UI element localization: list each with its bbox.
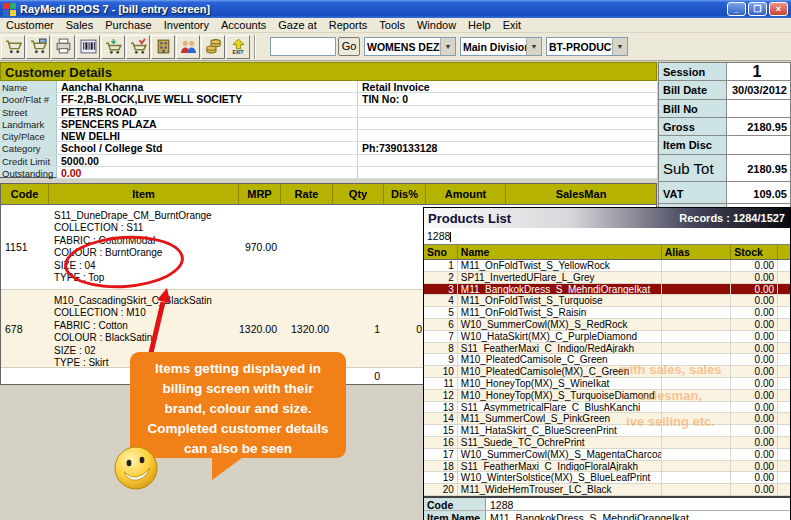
division-select[interactable]: Main Division ▼ (460, 37, 542, 56)
menu-item[interactable]: Tools (373, 19, 411, 31)
scrollbar-column[interactable] (778, 331, 790, 342)
product-row[interactable]: 19 W10_WinterSolstice(MX)_S_BlueLeafPrin… (424, 472, 790, 484)
scrollbar-column[interactable] (778, 245, 790, 259)
recall-bill-button[interactable] (126, 35, 150, 59)
toolbar: EXIT Go WOMENS DEZIRE ▼ Main Division ▼ … (0, 33, 791, 61)
product-row[interactable]: 16 S11_Suede_TC_OchrePrint 0.00 (424, 437, 790, 449)
scrollbar-column[interactable] (778, 437, 790, 448)
hold-bill-button[interactable] (101, 35, 125, 59)
product-row[interactable]: 20 M11_WideHemTrouser_LC_Black 0.00 (424, 484, 790, 496)
product-stock: 0.00 (731, 402, 778, 413)
scrollbar-column[interactable] (778, 366, 790, 377)
customer-field-value[interactable]: School / College Std (57, 142, 358, 153)
scrollbar-column[interactable] (778, 402, 790, 413)
scrollbar-column[interactable] (778, 284, 790, 295)
customer-field-value[interactable]: PETERS ROAD (57, 106, 358, 117)
customer-row: Outstanding 0.00 (0, 167, 657, 179)
customer-field-value[interactable]: SPENCERS PLAZA (57, 118, 358, 129)
product-sno: 17 (424, 449, 458, 460)
menu-item[interactable]: Sales (60, 19, 100, 31)
product-row[interactable]: 15 M11_HataSkirt_C_BlueScreenPrint 0.00 (424, 425, 790, 437)
customer-field-extra (358, 118, 657, 129)
scrollbar-column[interactable] (778, 319, 790, 330)
product-row[interactable]: 6 W10_SummerCowl(MX)_S_RedRock 0.00 (424, 319, 790, 331)
scrollbar-column[interactable] (778, 425, 790, 436)
product-row[interactable]: 2 SP11_InvertedUFlare_L_Grey 0.00 (424, 272, 790, 284)
menu-item[interactable]: Purchase (99, 19, 157, 31)
product-row[interactable]: 14 M11_SummerCowl_S_PinkGreen 0.00 (424, 413, 790, 425)
product-row[interactable]: 7 W10_HataSkirt(MX)_C_PurpleDiamond 0.00 (424, 331, 790, 343)
bill-line-code: 678 (1, 290, 49, 367)
menu-item[interactable]: Inventory (158, 19, 215, 31)
menu-bar: CustomerSalesPurchaseInventoryAccountsGa… (0, 18, 791, 33)
store-select[interactable]: WOMENS DEZIRE ▼ (364, 37, 456, 56)
customer-field-value[interactable]: Aanchal Khanna (57, 81, 358, 92)
menu-item[interactable]: Exit (497, 19, 527, 31)
customer-field-value[interactable]: FF-2,B-BLOCK,LIVE WELL SOCIETY (57, 93, 358, 104)
customer-list-button[interactable] (176, 35, 200, 59)
scrollbar-column[interactable] (778, 461, 790, 472)
bill-line-qty[interactable] (333, 205, 384, 289)
quick-search-input[interactable] (270, 37, 336, 56)
scrollbar-column[interactable] (778, 413, 790, 424)
bill-no-label: Bill No (659, 100, 727, 117)
product-stock: 0.00 (731, 484, 778, 495)
menu-item[interactable]: Accounts (215, 19, 272, 31)
product-row[interactable]: 18 S11_FeatherMaxi_C_IndigoFloralAjrakh … (424, 461, 790, 473)
product-row[interactable]: 9 M10_PleatedCamisole_C_Green 0.00 (424, 354, 790, 366)
col-header-code: Code (1, 184, 49, 204)
scrollbar-column[interactable] (778, 378, 790, 389)
close-button[interactable]: × (769, 2, 788, 16)
menu-item[interactable]: Window (411, 19, 462, 31)
scrollbar-column[interactable] (778, 449, 790, 460)
product-search-input[interactable]: 1288 (424, 228, 790, 245)
scrollbar-column[interactable] (778, 260, 790, 271)
menu-item[interactable]: Help (462, 19, 497, 31)
barcode-icon (80, 38, 97, 55)
store-button[interactable] (151, 35, 175, 59)
customer-field-value[interactable]: NEW DELHI (57, 130, 358, 141)
barcode-button[interactable] (76, 35, 100, 59)
bill-date-value: 30/03/2012 (727, 81, 790, 99)
scrollbar-column[interactable] (778, 343, 790, 354)
product-row[interactable]: 4 M11_OnFoldTwist_S_Turquoise 0.00 (424, 295, 790, 307)
product-row[interactable]: 17 W10_SummerCowl(MX)_S_MagentaCharcoal … (424, 449, 790, 461)
product-row[interactable]: 1 M11_OnFoldTwist_S_YellowRock 0.00 (424, 260, 790, 272)
minimize-button[interactable]: _ (727, 2, 746, 16)
go-button[interactable]: Go (338, 37, 360, 56)
product-row[interactable]: 10 M10_PleatedCamisole(MX)_C_Green 0.00 (424, 366, 790, 378)
product-row[interactable]: 3 M11_BangkokDress_S_MehndiOrangeIkat 0.… (424, 284, 790, 296)
product-row[interactable]: 13 S11_AsymmetricalFlare_C_BlushKanchi 0… (424, 402, 790, 414)
product-alias (662, 260, 732, 271)
menu-item[interactable]: Customer (0, 19, 60, 31)
restore-button[interactable]: ❐ (748, 2, 767, 16)
cash-button[interactable] (201, 35, 225, 59)
product-row[interactable]: 8 S11_FeatherMaxi_C_Indigo/RedAjrakh 0.0… (424, 343, 790, 355)
bill-summary-panel: Session1 Bill Date30/03/2012 Bill No Gro… (658, 62, 791, 222)
customer-field-value[interactable]: 0.00 (57, 167, 358, 178)
scrollbar-column[interactable] (778, 472, 790, 483)
cart-icon (5, 38, 22, 55)
bill-line-disc[interactable]: 0 (384, 290, 426, 367)
scrollbar-column[interactable] (778, 354, 790, 365)
bill-line-rate[interactable] (281, 205, 333, 289)
product-sno: 6 (424, 319, 458, 330)
scrollbar-column[interactable] (778, 484, 790, 495)
product-row[interactable]: 12 M10_HoneyTop(MX)_S_TurquoiseDiamond 0… (424, 390, 790, 402)
new-bill-button[interactable] (1, 35, 25, 59)
menu-item[interactable]: Gaze at (272, 19, 323, 31)
product-group-select[interactable]: BT-PRODUCTIO ▼ (546, 37, 628, 56)
scrollbar-column[interactable] (778, 272, 790, 283)
bill-card-button[interactable] (26, 35, 50, 59)
product-sno: 10 (424, 366, 458, 377)
bill-line-disc[interactable] (384, 205, 426, 289)
scrollbar-column[interactable] (778, 390, 790, 401)
product-row[interactable]: 11 M10_HoneyTop(MX)_S_WineIkat 0.00 (424, 378, 790, 390)
menu-item[interactable]: Reports (323, 19, 374, 31)
product-row[interactable]: 5 M11_OnFoldTwist_S_Raisin 0.00 (424, 307, 790, 319)
print-bill-button[interactable] (51, 35, 75, 59)
scrollbar-column[interactable] (778, 307, 790, 318)
customer-field-value[interactable]: 5000.00 (57, 155, 358, 166)
scrollbar-column[interactable] (778, 295, 790, 306)
exit-button[interactable]: EXIT (226, 35, 250, 59)
